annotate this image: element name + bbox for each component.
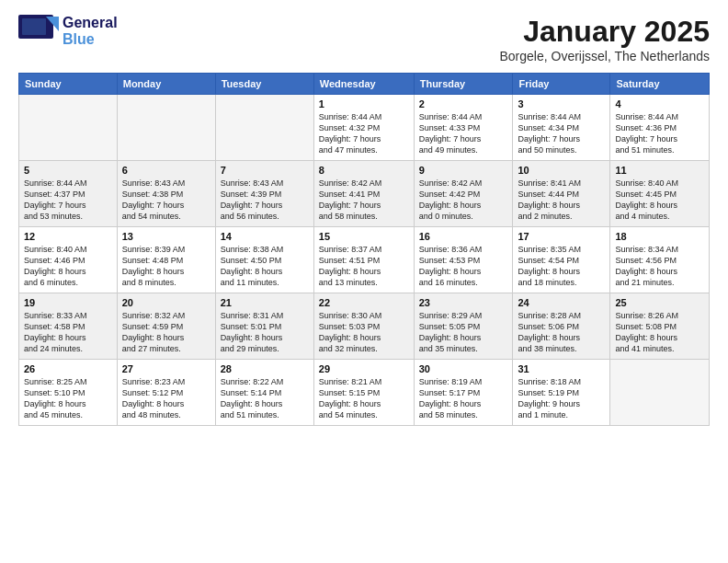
calendar-table: Sunday Monday Tuesday Wednesday Thursday… bbox=[18, 73, 710, 426]
day-number: 20 bbox=[122, 297, 210, 308]
day-info: Sunrise: 8:44 AM Sunset: 4:32 PM Dayligh… bbox=[319, 111, 409, 156]
calendar-day-cell: 10Sunrise: 8:41 AM Sunset: 4:44 PM Dayli… bbox=[513, 161, 610, 227]
day-info: Sunrise: 8:32 AM Sunset: 4:59 PM Dayligh… bbox=[122, 310, 210, 355]
day-number: 15 bbox=[319, 231, 409, 242]
day-number: 26 bbox=[24, 363, 112, 374]
day-info: Sunrise: 8:42 AM Sunset: 4:41 PM Dayligh… bbox=[319, 178, 409, 223]
calendar-day-cell: 28Sunrise: 8:22 AM Sunset: 5:14 PM Dayli… bbox=[215, 360, 313, 426]
calendar-day-cell: 15Sunrise: 8:37 AM Sunset: 4:51 PM Dayli… bbox=[313, 227, 414, 293]
calendar-week-row: 19Sunrise: 8:33 AM Sunset: 4:58 PM Dayli… bbox=[19, 293, 710, 360]
calendar-day-cell: 30Sunrise: 8:19 AM Sunset: 5:17 PM Dayli… bbox=[414, 360, 513, 426]
day-number: 29 bbox=[319, 363, 409, 374]
calendar-day-cell: 17Sunrise: 8:35 AM Sunset: 4:54 PM Dayli… bbox=[513, 227, 610, 293]
day-number: 6 bbox=[122, 165, 210, 176]
day-info: Sunrise: 8:29 AM Sunset: 5:05 PM Dayligh… bbox=[419, 310, 508, 355]
day-info: Sunrise: 8:21 AM Sunset: 5:15 PM Dayligh… bbox=[319, 376, 409, 421]
logo-blue: Blue bbox=[63, 31, 95, 47]
day-info: Sunrise: 8:42 AM Sunset: 4:42 PM Dayligh… bbox=[419, 178, 508, 223]
day-number: 1 bbox=[319, 98, 409, 109]
logo-icon bbox=[18, 15, 59, 48]
day-info: Sunrise: 8:33 AM Sunset: 4:58 PM Dayligh… bbox=[24, 310, 112, 355]
day-info: Sunrise: 8:43 AM Sunset: 4:38 PM Dayligh… bbox=[122, 178, 210, 223]
day-info: Sunrise: 8:43 AM Sunset: 4:39 PM Dayligh… bbox=[221, 178, 309, 223]
day-number: 30 bbox=[419, 363, 508, 374]
day-info: Sunrise: 8:44 AM Sunset: 4:36 PM Dayligh… bbox=[615, 111, 704, 156]
calendar-day-cell: 9Sunrise: 8:42 AM Sunset: 4:42 PM Daylig… bbox=[414, 161, 513, 227]
calendar-day-cell: 25Sunrise: 8:26 AM Sunset: 5:08 PM Dayli… bbox=[610, 293, 710, 360]
day-info: Sunrise: 8:44 AM Sunset: 4:37 PM Dayligh… bbox=[24, 178, 112, 223]
day-number: 23 bbox=[419, 297, 508, 308]
col-thursday: Thursday bbox=[414, 74, 513, 95]
day-info: Sunrise: 8:41 AM Sunset: 4:44 PM Dayligh… bbox=[518, 178, 605, 223]
calendar-day-cell: 19Sunrise: 8:33 AM Sunset: 4:58 PM Dayli… bbox=[19, 293, 118, 360]
calendar-day-cell: 8Sunrise: 8:42 AM Sunset: 4:41 PM Daylig… bbox=[313, 161, 414, 227]
day-info: Sunrise: 8:30 AM Sunset: 5:03 PM Dayligh… bbox=[319, 310, 409, 355]
day-number: 4 bbox=[615, 98, 704, 109]
calendar-day-cell: 13Sunrise: 8:39 AM Sunset: 4:48 PM Dayli… bbox=[117, 227, 215, 293]
calendar-week-row: 5Sunrise: 8:44 AM Sunset: 4:37 PM Daylig… bbox=[19, 161, 710, 227]
calendar-day-cell bbox=[117, 95, 215, 161]
title-area: January 2025 Borgele, Overijssel, The Ne… bbox=[499, 15, 710, 63]
day-info: Sunrise: 8:28 AM Sunset: 5:06 PM Dayligh… bbox=[518, 310, 605, 355]
col-saturday: Saturday bbox=[610, 74, 710, 95]
day-info: Sunrise: 8:40 AM Sunset: 4:45 PM Dayligh… bbox=[615, 178, 704, 223]
day-number: 22 bbox=[319, 297, 409, 308]
day-info: Sunrise: 8:44 AM Sunset: 4:34 PM Dayligh… bbox=[518, 111, 605, 156]
day-number: 31 bbox=[518, 363, 605, 374]
calendar-day-cell: 7Sunrise: 8:43 AM Sunset: 4:39 PM Daylig… bbox=[215, 161, 313, 227]
calendar-day-cell: 5Sunrise: 8:44 AM Sunset: 4:37 PM Daylig… bbox=[19, 161, 118, 227]
location: Borgele, Overijssel, The Netherlands bbox=[499, 49, 710, 63]
day-info: Sunrise: 8:26 AM Sunset: 5:08 PM Dayligh… bbox=[615, 310, 704, 355]
day-info: Sunrise: 8:35 AM Sunset: 4:54 PM Dayligh… bbox=[518, 244, 605, 289]
svg-rect-2 bbox=[22, 18, 46, 35]
day-number: 9 bbox=[419, 165, 508, 176]
day-info: Sunrise: 8:37 AM Sunset: 4:51 PM Dayligh… bbox=[319, 244, 409, 289]
calendar-day-cell: 29Sunrise: 8:21 AM Sunset: 5:15 PM Dayli… bbox=[313, 360, 414, 426]
calendar-day-cell bbox=[610, 360, 710, 426]
calendar-day-cell: 3Sunrise: 8:44 AM Sunset: 4:34 PM Daylig… bbox=[513, 95, 610, 161]
day-number: 18 bbox=[615, 231, 704, 242]
calendar-day-cell: 26Sunrise: 8:25 AM Sunset: 5:10 PM Dayli… bbox=[19, 360, 118, 426]
calendar-day-cell: 23Sunrise: 8:29 AM Sunset: 5:05 PM Dayli… bbox=[414, 293, 513, 360]
day-number: 13 bbox=[122, 231, 210, 242]
col-friday: Friday bbox=[513, 74, 610, 95]
day-info: Sunrise: 8:19 AM Sunset: 5:17 PM Dayligh… bbox=[419, 376, 508, 421]
calendar-day-cell: 31Sunrise: 8:18 AM Sunset: 5:19 PM Dayli… bbox=[513, 360, 610, 426]
day-number: 21 bbox=[221, 297, 309, 308]
calendar-day-cell: 16Sunrise: 8:36 AM Sunset: 4:53 PM Dayli… bbox=[414, 227, 513, 293]
calendar-day-cell: 20Sunrise: 8:32 AM Sunset: 4:59 PM Dayli… bbox=[117, 293, 215, 360]
calendar-day-cell: 4Sunrise: 8:44 AM Sunset: 4:36 PM Daylig… bbox=[610, 95, 710, 161]
page-header: General Blue January 2025 Borgele, Overi… bbox=[18, 15, 710, 63]
day-info: Sunrise: 8:18 AM Sunset: 5:19 PM Dayligh… bbox=[518, 376, 605, 421]
calendar-day-cell: 27Sunrise: 8:23 AM Sunset: 5:12 PM Dayli… bbox=[117, 360, 215, 426]
day-info: Sunrise: 8:25 AM Sunset: 5:10 PM Dayligh… bbox=[24, 376, 112, 421]
calendar-week-row: 1Sunrise: 8:44 AM Sunset: 4:32 PM Daylig… bbox=[19, 95, 710, 161]
calendar-day-cell: 11Sunrise: 8:40 AM Sunset: 4:45 PM Dayli… bbox=[610, 161, 710, 227]
day-info: Sunrise: 8:36 AM Sunset: 4:53 PM Dayligh… bbox=[419, 244, 508, 289]
day-number: 25 bbox=[615, 297, 704, 308]
day-number: 10 bbox=[518, 165, 605, 176]
calendar-day-cell bbox=[215, 95, 313, 161]
calendar-week-row: 26Sunrise: 8:25 AM Sunset: 5:10 PM Dayli… bbox=[19, 360, 710, 426]
day-info: Sunrise: 8:23 AM Sunset: 5:12 PM Dayligh… bbox=[122, 376, 210, 421]
calendar-week-row: 12Sunrise: 8:40 AM Sunset: 4:46 PM Dayli… bbox=[19, 227, 710, 293]
logo: General Blue bbox=[18, 15, 118, 48]
day-number: 19 bbox=[24, 297, 112, 308]
col-sunday: Sunday bbox=[19, 74, 118, 95]
day-number: 27 bbox=[122, 363, 210, 374]
calendar-day-cell bbox=[19, 95, 118, 161]
day-info: Sunrise: 8:31 AM Sunset: 5:01 PM Dayligh… bbox=[221, 310, 309, 355]
day-number: 7 bbox=[221, 165, 309, 176]
day-number: 24 bbox=[518, 297, 605, 308]
calendar-day-cell: 12Sunrise: 8:40 AM Sunset: 4:46 PM Dayli… bbox=[19, 227, 118, 293]
calendar-day-cell: 14Sunrise: 8:38 AM Sunset: 4:50 PM Dayli… bbox=[215, 227, 313, 293]
day-info: Sunrise: 8:40 AM Sunset: 4:46 PM Dayligh… bbox=[24, 244, 112, 289]
calendar-day-cell: 1Sunrise: 8:44 AM Sunset: 4:32 PM Daylig… bbox=[313, 95, 414, 161]
col-monday: Monday bbox=[117, 74, 215, 95]
logo-general: General bbox=[63, 15, 118, 30]
day-number: 8 bbox=[319, 165, 409, 176]
month-title: January 2025 bbox=[499, 15, 710, 49]
day-number: 28 bbox=[221, 363, 309, 374]
day-info: Sunrise: 8:39 AM Sunset: 4:48 PM Dayligh… bbox=[122, 244, 210, 289]
day-number: 16 bbox=[419, 231, 508, 242]
